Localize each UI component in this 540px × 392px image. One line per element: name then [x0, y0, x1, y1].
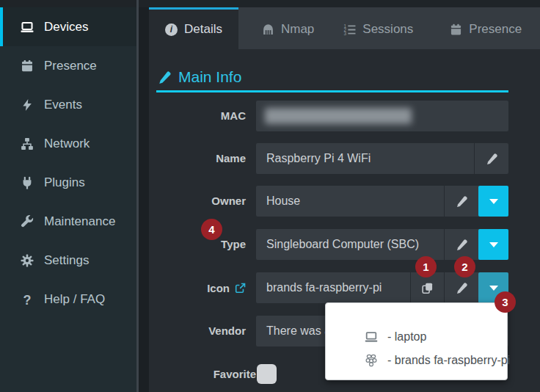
sidebar-item-help[interactable]: ? Help / FAQ: [0, 280, 136, 319]
caret-down-icon: [489, 199, 498, 204]
sidebar-item-label: Devices: [44, 20, 88, 35]
pencil-icon: [158, 70, 172, 84]
calendar-icon: [450, 23, 462, 36]
dropdown-item-laptop[interactable]: - laptop: [326, 325, 507, 349]
gear-icon: [21, 254, 34, 267]
pencil-icon: [456, 282, 468, 294]
sidebar-item-plugins[interactable]: Plugins: [0, 163, 136, 202]
bank-icon: [262, 23, 274, 36]
name-label: Name: [149, 143, 246, 174]
tab-label: Nmap: [281, 22, 314, 37]
step-badge-3: 3: [495, 291, 516, 313]
top-strip: [0, 0, 540, 7]
sidebar-item-label: Maintenance: [44, 214, 115, 229]
laptop-icon: [21, 21, 34, 34]
pencil-icon: [456, 239, 468, 251]
raspberry-pi-icon: [365, 354, 378, 367]
name-edit-button[interactable]: [474, 143, 508, 174]
tab-presence[interactable]: Presence: [435, 7, 536, 49]
sidebar-item-label: Plugins: [44, 175, 85, 190]
sidebar-item-label: Network: [44, 137, 90, 151]
sidebar-item-settings[interactable]: Settings: [0, 241, 136, 280]
list-ol-icon: 123: [343, 23, 356, 36]
section-underline: [156, 90, 508, 92]
dropdown-item-label: - laptop: [387, 330, 426, 344]
sidebar-item-label: Events: [44, 98, 82, 112]
type-edit-button[interactable]: [444, 229, 478, 260]
sidebar-item-label: Help / FAQ: [44, 292, 105, 307]
section-header: Main Info: [158, 68, 241, 86]
caret-down-icon: [489, 242, 498, 247]
laptop-icon: [365, 330, 378, 344]
sidebar-edge: [136, 0, 139, 392]
favorite-label: Favorite: [159, 364, 256, 384]
mac-field: [256, 101, 508, 131]
plug-icon: [21, 176, 34, 189]
sidebar-item-label: Settings: [44, 253, 89, 268]
caret-down-icon: [489, 286, 498, 291]
type-label: Type: [149, 229, 246, 260]
sitemap-icon: [21, 137, 34, 150]
tab-label: Presence: [469, 22, 522, 37]
sidebar: Devices Presence Events Network Plugins …: [0, 7, 136, 392]
info-circle-icon: i: [165, 23, 178, 36]
tab-sessions[interactable]: 123 Sessions: [329, 7, 428, 49]
name-input[interactable]: Raspberry Pi 4 WiFi: [256, 143, 474, 174]
field-row-name: Name Raspberry Pi 4 WiFi: [149, 143, 508, 174]
dropdown-item-raspberry-pi[interactable]: - brands fa-raspberry-pi: [326, 349, 507, 372]
icon-dropdown-menu: - laptop - brands fa-raspberry-pi: [325, 302, 508, 380]
favorite-checkbox[interactable]: [257, 364, 277, 384]
copy-icon: [421, 282, 434, 294]
field-row-owner: Owner House: [149, 186, 508, 217]
dropdown-item-label: - brands fa-raspberry-pi: [387, 354, 510, 367]
step-badge-4: 4: [201, 219, 222, 240]
sidebar-item-devices[interactable]: Devices: [0, 7, 136, 46]
owner-input[interactable]: House: [256, 186, 444, 217]
field-row-mac: MAC: [149, 101, 508, 131]
calendar-icon: [21, 59, 34, 73]
bolt-icon: [21, 98, 34, 112]
wrench-icon: [21, 215, 34, 228]
sidebar-item-label: Presence: [44, 59, 97, 73]
tab-label: Sessions: [362, 22, 413, 37]
step-badge-2: 2: [454, 256, 475, 277]
field-row-icon: Icon brands fa-raspberry-pi: [149, 272, 508, 303]
sidebar-item-presence[interactable]: Presence: [0, 46, 136, 85]
owner-label: Owner: [149, 186, 246, 217]
section-title: Main Info: [178, 68, 241, 86]
type-dropdown-button[interactable]: [478, 229, 508, 260]
sidebar-item-events[interactable]: Events: [0, 85, 136, 124]
icon-label: Icon: [149, 272, 246, 303]
step-badge-1: 1: [415, 256, 437, 277]
vendor-label: Vendor: [149, 316, 246, 346]
svg-text:3: 3: [344, 30, 347, 35]
pencil-icon: [456, 195, 468, 208]
tab-details[interactable]: i Details: [149, 7, 238, 49]
sidebar-item-maintenance[interactable]: Maintenance: [0, 202, 136, 241]
details-panel: Main Info MAC Name Raspberry Pi 4 WiFi O…: [149, 49, 540, 392]
tab-nmap[interactable]: Nmap: [247, 7, 329, 49]
tab-label: Details: [184, 22, 222, 37]
owner-dropdown-button[interactable]: [478, 186, 508, 217]
owner-edit-button[interactable]: [444, 186, 478, 217]
mac-label: MAC: [149, 101, 246, 131]
mac-redacted-value: [265, 108, 412, 124]
sidebar-item-network[interactable]: Network: [0, 124, 136, 163]
type-input[interactable]: Singleboard Computer (SBC): [256, 229, 444, 260]
icon-input[interactable]: brands fa-raspberry-pi: [256, 272, 410, 303]
pencil-icon: [486, 153, 498, 165]
question-icon: ?: [21, 293, 34, 306]
tab-bar: i Details Nmap 123 Sessions Presence Eve…: [149, 7, 540, 49]
external-link-icon[interactable]: [235, 283, 246, 294]
